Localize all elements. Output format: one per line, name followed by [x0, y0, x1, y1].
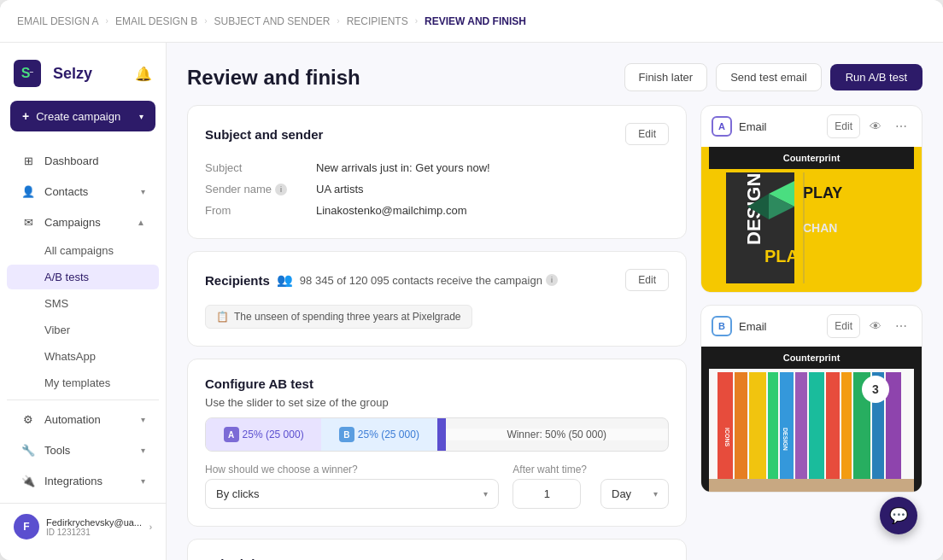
sidebar-item-my-templates[interactable]: My templates — [7, 370, 159, 395]
run-ab-test-button[interactable]: Run A/B test — [830, 64, 922, 90]
recipient-segment-tag: 📋 The unseen of spending three years at … — [205, 305, 472, 329]
sidebar-item-viber[interactable]: Viber — [7, 318, 159, 342]
user-footer[interactable]: F Fedirkrychevsky@ua... ID 1231231 › — [0, 503, 166, 550]
svg-text:Counterprint: Counterprint — [783, 153, 840, 163]
breadcrumb-recipients[interactable]: RECIPIENTS — [347, 15, 408, 27]
ab-tests-label: A/B tests — [44, 271, 89, 283]
all-campaigns-label: All campaigns — [44, 244, 114, 257]
automation-chevron: ▾ — [141, 415, 145, 424]
sidebar-item-all-campaigns[interactable]: All campaigns — [7, 238, 159, 263]
nav-divider-1 — [7, 400, 159, 400]
email-a-title: Email — [739, 120, 820, 133]
sender-name-info-icon[interactable]: i — [275, 184, 287, 195]
period-control-group: Day ▾ — [600, 464, 669, 509]
breadcrumb-bar: EMAIL DESIGN A › EMAIL DESIGN B › SUBJEC… — [0, 0, 943, 43]
seg-a-badge: A — [224, 427, 239, 442]
campaigns-chevron: ▲ — [137, 218, 145, 227]
svg-rect-21 — [809, 372, 824, 483]
two-column-layout: Subject and sender Edit Subject New arri… — [167, 105, 943, 560]
schedule-card: Schedule — [187, 539, 687, 560]
email-a-eye-button[interactable]: 👁 — [865, 116, 886, 137]
sidebar-item-sms[interactable]: SMS — [7, 291, 159, 316]
bell-icon[interactable]: 🔔 — [135, 66, 152, 82]
create-campaign-button[interactable]: + Create campaign ▾ — [10, 101, 155, 131]
ab-slider-handle[interactable] — [437, 418, 446, 451]
segment-a: A 25% (25 000) — [206, 418, 321, 451]
integrations-label: Integrations — [44, 475, 132, 487]
contacts-label: Contacts — [44, 185, 132, 198]
subject-sender-card: Subject and sender Edit Subject New arri… — [187, 105, 687, 239]
from-label: From — [205, 204, 316, 217]
email-b-eye-button[interactable]: 👁 — [865, 316, 886, 336]
breadcrumb-review-finish: REVIEW AND FINISH — [425, 15, 526, 27]
left-column: Subject and sender Edit Subject New arri… — [187, 105, 687, 560]
email-a-header: A Email Edit 👁 ⋯ — [701, 106, 922, 147]
winner-select[interactable]: By clicks ▾ — [205, 479, 499, 509]
subject-row: Subject New arrivals just in: Get yours … — [205, 157, 669, 178]
configure-ab-header: Configure AB test — [205, 376, 669, 391]
plus-icon: + — [22, 109, 29, 123]
breadcrumb-email-design-a[interactable]: EMAIL DESIGN A — [17, 15, 99, 27]
page-title: Review and finish — [187, 66, 360, 90]
seg-b-badge: B — [339, 427, 354, 442]
integrations-icon: 🔌 — [20, 473, 36, 488]
svg-text:CHAN: CHAN — [803, 221, 837, 235]
configure-ab-title: Configure AB test — [205, 376, 313, 391]
people-icon: 👥 — [277, 272, 293, 288]
period-label — [600, 464, 669, 475]
email-a-more-button[interactable]: ⋯ — [891, 116, 911, 137]
chat-button[interactable]: 💬 — [880, 497, 917, 534]
subject-sender-title: Subject and sender — [205, 127, 323, 142]
contacts-chevron: ▾ — [141, 187, 145, 196]
sidebar-item-ab-tests[interactable]: A/B tests — [7, 265, 159, 289]
email-b-edit-button[interactable]: Edit — [827, 314, 860, 338]
logo: S~ Selzy — [14, 60, 135, 87]
sep-4: › — [415, 16, 418, 26]
email-a-edit-button[interactable]: Edit — [827, 114, 860, 138]
time-input[interactable] — [512, 479, 581, 509]
subject-sender-edit-button[interactable]: Edit — [625, 123, 669, 145]
subject-sender-header: Subject and sender Edit — [205, 123, 669, 145]
segment-icon: 📋 — [216, 311, 229, 323]
send-test-email-button[interactable]: Send test email — [716, 63, 822, 91]
ab-slider-bar[interactable]: A 25% (25 000) B 25% (25 000) Winner: 50… — [205, 417, 669, 452]
finish-later-button[interactable]: Finish later — [624, 63, 708, 91]
dashboard-icon: ⊞ — [20, 153, 36, 168]
period-select-value: Day — [612, 487, 631, 500]
from-row: From Linakostenko@mailchimp.com — [205, 200, 669, 221]
tools-label: Tools — [44, 444, 132, 457]
email-b-actions: Edit 👁 ⋯ — [827, 314, 911, 338]
sidebar-item-automation[interactable]: ⚙ Automation ▾ — [7, 405, 159, 434]
sidebar-item-dashboard[interactable]: ⊞ Dashboard — [7, 146, 159, 175]
svg-rect-23 — [841, 372, 852, 483]
winner-select-value: By clicks — [216, 487, 260, 500]
email-b-preview-card: B Email Edit 👁 ⋯ — [700, 305, 922, 493]
sidebar-item-integrations[interactable]: 🔌 Integrations ▾ — [7, 466, 159, 495]
recipients-edit-button[interactable]: Edit — [625, 269, 669, 291]
email-a-badge: A — [712, 116, 732, 137]
subject-label: Subject — [205, 161, 316, 174]
sidebar: S~ Selzy 🔔 + Create campaign ▾ ⊞ Dashboa… — [0, 43, 167, 560]
winner-value: 50% (50 000) — [545, 429, 606, 440]
email-b-more-button[interactable]: ⋯ — [891, 316, 911, 336]
content-area: Review and finish Finish later Send test… — [167, 43, 943, 560]
sidebar-item-contacts[interactable]: 👤 Contacts ▾ — [7, 177, 159, 206]
tools-icon: 🔧 — [20, 442, 36, 458]
winner-select-chevron: ▾ — [483, 489, 488, 499]
period-select[interactable]: Day ▾ — [600, 479, 669, 509]
campaigns-icon: ✉ — [20, 214, 36, 230]
whatsapp-label: WhatsApp — [44, 350, 96, 363]
from-value: Linakostenko@mailchimp.com — [316, 204, 467, 217]
svg-text:PLAY: PLAY — [764, 247, 809, 265]
breadcrumb-subject-sender[interactable]: SUBJECT AND SENDER — [214, 15, 331, 27]
sidebar-item-campaigns[interactable]: ✉ Campaigns ▲ — [7, 207, 159, 236]
svg-rect-17 — [749, 372, 766, 483]
breadcrumb-email-design-b[interactable]: EMAIL DESIGN B — [115, 15, 197, 27]
svg-text:Counterprint: Counterprint — [783, 353, 840, 363]
my-templates-label: My templates — [44, 376, 110, 389]
sidebar-item-whatsapp[interactable]: WhatsApp — [7, 344, 159, 369]
recipients-info-icon[interactable]: i — [546, 274, 558, 286]
campaigns-label: Campaigns — [44, 216, 128, 229]
sidebar-item-tools[interactable]: 🔧 Tools ▾ — [7, 435, 159, 464]
segment-b: B 25% (25 000) — [321, 418, 436, 451]
